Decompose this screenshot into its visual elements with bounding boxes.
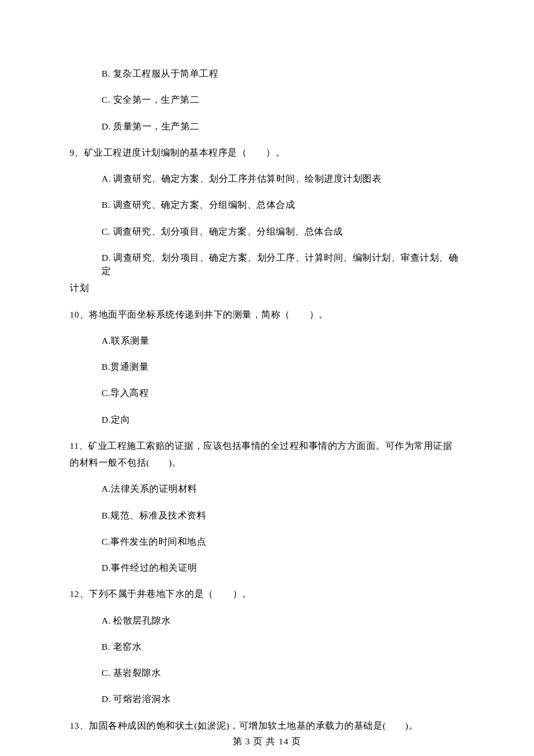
q10-option-b: B.贯通测量 bbox=[70, 360, 464, 373]
q9-stem: 9、矿业工程进度计划编制的基本程序是（ ）。 bbox=[70, 146, 464, 159]
q11-stem-line1: 11、矿业工程施工索赔的证据，应该包括事情的全过程和事情的方方面面。可作为常用证… bbox=[70, 439, 464, 452]
q8-option-c: C. 安全第一，生产第二 bbox=[70, 93, 464, 106]
q12-stem: 12、下列不属于井巷地下水的是（ ）。 bbox=[70, 587, 464, 600]
q10-stem: 10、将地面平面坐标系统传递到井下的测量，简称（ ）。 bbox=[70, 308, 464, 321]
q12-option-a: A. 松散层孔隙水 bbox=[70, 614, 464, 627]
q11-stem-line2: 的材料一般不包括( )。 bbox=[70, 456, 464, 469]
q12-option-c: C. 基岩裂隙水 bbox=[70, 666, 464, 679]
q10-option-a: A.联系测量 bbox=[70, 334, 464, 347]
q9-option-b: B. 调查研究、确定方案、分组编制、总体合成 bbox=[70, 198, 464, 211]
page-footer: 第 3 页 共 14 页 bbox=[70, 735, 464, 748]
q9-option-a: A. 调查研究、确定方案、划分工序并估算时间、绘制进度计划图表 bbox=[70, 172, 464, 185]
q9-option-d-line1: D. 调查研究、划分项目、确定方案、划分工序、计算时间、编制计划、审查计划、确定 bbox=[70, 251, 464, 278]
q9-option-d-line2: 计划 bbox=[70, 281, 464, 294]
q8-option-d: D. 质量第一，生产第二 bbox=[70, 120, 464, 133]
q10-option-d: D.定向 bbox=[70, 413, 464, 426]
q12-option-d: D. 可熔岩溶洞水 bbox=[70, 692, 464, 705]
q9-option-c: C. 调查研究、划分项目、确定方案、分组编制、总体合成 bbox=[70, 225, 464, 238]
q11-option-c: C.事件发生的时间和地点 bbox=[70, 535, 464, 548]
q11-option-a: A.法律关系的证明材料 bbox=[70, 482, 464, 495]
q11-option-d: D.事件经过的相关证明 bbox=[70, 561, 464, 574]
q8-option-b: B. 复杂工程服从于简单工程 bbox=[70, 67, 464, 80]
q10-option-c: C.导入高程 bbox=[70, 386, 464, 399]
q9-option-d: D. 调查研究、划分项目、确定方案、划分工序、计算时间、编制计划、审查计划、确定… bbox=[70, 251, 464, 295]
q13-stem: 13、加固各种成因的饱和状土(如淤泥)，可增加软土地基的承载力的基础是( )。 bbox=[70, 719, 464, 732]
document-page: B. 复杂工程服从于简单工程 C. 安全第一，生产第二 D. 质量第一，生产第二… bbox=[0, 0, 534, 756]
q11-option-b: B.规范、标准及技术资料 bbox=[70, 509, 464, 522]
q12-option-b: B. 老窑水 bbox=[70, 640, 464, 653]
